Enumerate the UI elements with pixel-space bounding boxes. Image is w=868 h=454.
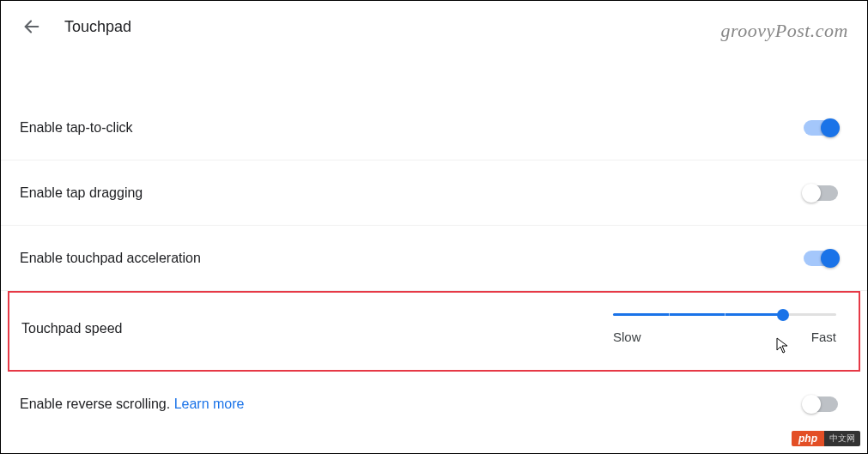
slider-labels: Slow Fast [613,330,836,344]
label-reverse-scrolling: Enable reverse scrolling. Learn more [20,396,244,412]
label-reverse-scrolling-text: Enable reverse scrolling. [20,396,174,411]
learn-more-link[interactable]: Learn more [174,396,245,411]
slider-fill [613,313,783,316]
toggle-acceleration[interactable] [804,251,838,266]
toggle-tap-dragging[interactable] [804,185,838,201]
label-tap-to-click: Enable tap-to-click [20,120,133,136]
label-touchpad-speed: Touchpad speed [21,321,122,336]
label-tap-dragging: Enable tap dragging [20,185,143,201]
row-tap-to-click: Enable tap-to-click [1,95,867,160]
row-tap-dragging: Enable tap dragging [1,160,867,226]
slider-thumb[interactable] [777,309,789,321]
toggle-reverse-scrolling[interactable] [804,396,838,412]
row-touchpad-speed: Touchpad speed Slow Fast [8,291,860,372]
row-reverse-scrolling: Enable reverse scrolling. Learn more [1,372,867,437]
toggle-tap-to-click[interactable] [804,120,838,136]
php-badge-right: 中文网 [824,431,860,446]
page-title: Touchpad [64,18,131,36]
php-badge-left: php [792,431,824,446]
back-arrow-icon[interactable] [21,16,42,37]
slider-label-fast: Fast [811,330,836,344]
slider-track [613,313,836,316]
settings-list: Enable tap-to-click Enable tap dragging … [1,95,867,437]
slider-touchpad-speed[interactable]: Slow Fast [613,313,836,344]
watermark-text: groovyPost.com [720,20,848,42]
cursor-pointer-icon [776,337,790,354]
slider-label-slow: Slow [613,330,641,344]
row-acceleration: Enable touchpad acceleration [1,226,867,291]
php-badge: php 中文网 [792,431,860,446]
label-acceleration: Enable touchpad acceleration [20,251,201,266]
